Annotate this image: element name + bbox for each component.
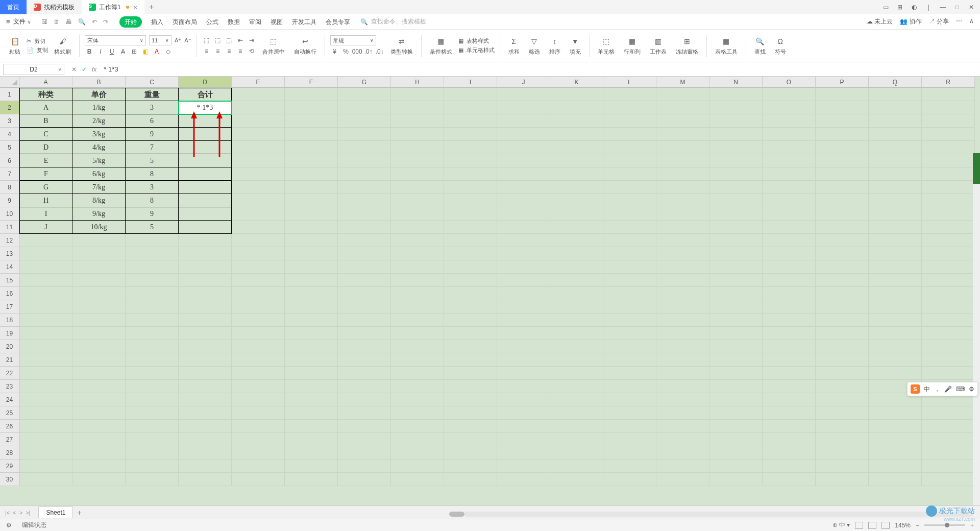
cell-H9[interactable] <box>391 194 444 207</box>
cell-Q2[interactable] <box>869 101 922 114</box>
cell-D12[interactable] <box>179 234 232 247</box>
cell-E18[interactable] <box>232 313 285 327</box>
cell-I18[interactable] <box>444 313 497 327</box>
cell-J4[interactable] <box>497 128 550 141</box>
align-justify-icon[interactable]: ≡ <box>236 46 245 56</box>
cell-L9[interactable] <box>603 194 656 207</box>
cells-area[interactable]: 种类单价重量合计A1/kg3* 1*3B2/kg6C3/kg9D4/kg7E5/… <box>19 88 975 486</box>
font-color-button[interactable]: A <box>152 47 161 56</box>
cell-O21[interactable] <box>763 353 816 367</box>
cell-M5[interactable] <box>656 141 709 154</box>
cell-L27[interactable] <box>603 433 656 446</box>
cell-I16[interactable] <box>444 287 497 300</box>
cell-R25[interactable] <box>922 406 975 420</box>
view-normal-icon[interactable] <box>855 522 863 529</box>
cell-K18[interactable] <box>550 313 603 327</box>
cell-N3[interactable] <box>709 114 763 128</box>
cell-N9[interactable] <box>709 194 763 207</box>
cell-B21[interactable] <box>72 353 126 367</box>
cell-F20[interactable] <box>285 340 338 353</box>
cell-G19[interactable] <box>338 327 391 340</box>
cell-A12[interactable] <box>19 234 72 247</box>
cell-C19[interactable] <box>126 327 179 340</box>
cell-G15[interactable] <box>338 274 391 287</box>
condfmt-button[interactable]: ▦条件格式 <box>427 32 455 60</box>
cell-P1[interactable] <box>816 88 869 101</box>
col-header-I[interactable]: I <box>444 77 497 88</box>
cell-G18[interactable] <box>338 313 391 327</box>
cell-B4[interactable]: 3/kg <box>72 128 126 141</box>
filter-button[interactable]: ▽筛选 <box>526 32 543 60</box>
cell-N18[interactable] <box>709 313 763 327</box>
ime-punc[interactable]: ， <box>934 385 940 394</box>
cell-F24[interactable] <box>285 393 338 406</box>
cell-R6[interactable] <box>922 154 975 167</box>
cell-F16[interactable] <box>285 287 338 300</box>
cell-M10[interactable] <box>656 207 709 221</box>
row-header-22[interactable]: 22 <box>0 367 19 380</box>
cell-P22[interactable] <box>816 367 869 380</box>
cell-B7[interactable]: 6/kg <box>72 167 126 181</box>
cell-Q30[interactable] <box>869 473 922 486</box>
cell-P25[interactable] <box>816 406 869 420</box>
currency-icon[interactable]: ¥ <box>330 47 339 56</box>
cell-A19[interactable] <box>19 327 72 340</box>
cell-C7[interactable]: 8 <box>126 167 179 181</box>
cell-R12[interactable] <box>922 234 975 247</box>
align-top-icon[interactable]: ⬚ <box>202 36 211 45</box>
cell-D25[interactable] <box>179 406 232 420</box>
cell-B17[interactable] <box>72 300 126 313</box>
cell-A4[interactable]: C <box>19 128 72 141</box>
cell-O10[interactable] <box>763 207 816 221</box>
cell-E26[interactable] <box>232 420 285 433</box>
cell-F22[interactable] <box>285 367 338 380</box>
cell-R19[interactable] <box>922 327 975 340</box>
cell-J13[interactable] <box>497 247 550 260</box>
cell-L5[interactable] <box>603 141 656 154</box>
cell-O11[interactable] <box>763 221 816 234</box>
cell-L13[interactable] <box>603 247 656 260</box>
fill-color-button[interactable]: ◧ <box>141 47 150 56</box>
cell-K16[interactable] <box>550 287 603 300</box>
cell-C11[interactable]: 5 <box>126 221 179 234</box>
cell-J24[interactable] <box>497 393 550 406</box>
cell-E27[interactable] <box>232 433 285 446</box>
cell-H11[interactable] <box>391 221 444 234</box>
cell-I13[interactable] <box>444 247 497 260</box>
cell-P26[interactable] <box>816 420 869 433</box>
cell-F21[interactable] <box>285 353 338 367</box>
row-header-23[interactable]: 23 <box>0 380 19 393</box>
cell-R8[interactable] <box>922 181 975 194</box>
cell-N1[interactable] <box>709 88 763 101</box>
cell-A25[interactable] <box>19 406 72 420</box>
cell-K23[interactable] <box>550 380 603 393</box>
ime-lang[interactable]: 中 <box>924 385 930 394</box>
col-header-N[interactable]: N <box>709 77 763 88</box>
cell-H26[interactable] <box>391 420 444 433</box>
cell-P16[interactable] <box>816 287 869 300</box>
view-break-icon[interactable] <box>881 522 890 529</box>
cell-L12[interactable] <box>603 234 656 247</box>
cell-J17[interactable] <box>497 300 550 313</box>
cell-Q10[interactable] <box>869 207 922 221</box>
cell-E29[interactable] <box>232 460 285 473</box>
cell-P9[interactable] <box>816 194 869 207</box>
cell-C18[interactable] <box>126 313 179 327</box>
cell-M25[interactable] <box>656 406 709 420</box>
fill-button[interactable]: ▼填充 <box>567 32 584 60</box>
cell-G17[interactable] <box>338 300 391 313</box>
cell-K3[interactable] <box>550 114 603 128</box>
cell-K17[interactable] <box>550 300 603 313</box>
ime-toolbar[interactable]: S 中 ， 🎤 ⌨ ⚙ <box>907 382 978 396</box>
cell-G10[interactable] <box>338 207 391 221</box>
layout-icon[interactable]: ▭ <box>881 4 890 11</box>
cell-D11[interactable] <box>179 221 232 234</box>
cell-O30[interactable] <box>763 473 816 486</box>
cell-R21[interactable] <box>922 353 975 367</box>
cell-R22[interactable] <box>922 367 975 380</box>
cell-K9[interactable] <box>550 194 603 207</box>
cell-C5[interactable]: 7 <box>126 141 179 154</box>
cell-F1[interactable] <box>285 88 338 101</box>
cell-J22[interactable] <box>497 367 550 380</box>
cell-A8[interactable]: G <box>19 181 72 194</box>
